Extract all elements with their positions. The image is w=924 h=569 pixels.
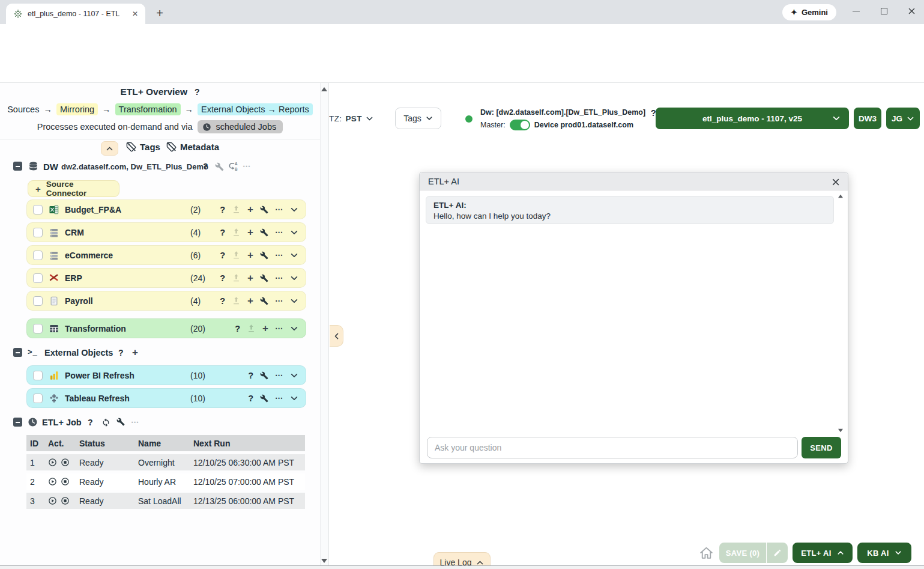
chevron-down-icon[interactable] <box>290 297 298 305</box>
chevron-down-icon[interactable] <box>290 324 298 333</box>
master-toggle[interactable] <box>510 120 530 130</box>
chevron-down-icon[interactable] <box>290 394 298 403</box>
wrench-icon[interactable] <box>116 418 125 426</box>
scroll-down-icon[interactable] <box>838 429 843 433</box>
etl-ai-toggle-button[interactable]: ETL+ AI <box>793 543 853 563</box>
more-options-icon[interactable]: ⋯ <box>275 324 283 333</box>
user-menu-button[interactable]: JG <box>886 108 920 129</box>
row-checkbox[interactable] <box>33 296 43 306</box>
help-icon[interactable]: ? <box>235 324 240 333</box>
more-options-icon[interactable]: ⋯ <box>131 418 139 427</box>
row-checkbox[interactable] <box>33 324 43 333</box>
transformation-row[interactable]: Transformation (20) ? + ⋯ <box>26 318 306 338</box>
help-icon[interactable]: ? <box>220 296 225 306</box>
wrench-icon[interactable] <box>260 251 268 260</box>
more-options-icon[interactable]: ⋯ <box>275 371 283 380</box>
source-row-ecommerce[interactable]: eCommerce (6) ? + ⋯ <box>26 245 306 265</box>
environment-dropdown[interactable]: etl_plus_demo - 1107, v25 <box>656 108 849 129</box>
help-icon[interactable]: ? <box>220 273 225 283</box>
collapse-external-button[interactable] <box>13 348 22 357</box>
wrench-icon[interactable] <box>260 274 268 282</box>
stop-job-icon[interactable] <box>61 496 70 505</box>
plus-icon[interactable]: + <box>247 204 253 216</box>
save-button[interactable]: SAVE (0) <box>719 543 788 563</box>
new-tab-button[interactable]: + <box>151 5 168 22</box>
scroll-up-icon[interactable] <box>838 195 843 198</box>
job-row[interactable]: 2 Ready Hourly AR 12/10/25 07:00:00 AM P… <box>26 473 305 490</box>
more-options-icon[interactable]: ⋯ <box>275 296 283 305</box>
plus-icon[interactable]: + <box>247 227 253 239</box>
plus-icon[interactable]: + <box>132 347 138 359</box>
stop-job-icon[interactable] <box>61 477 70 486</box>
row-checkbox[interactable] <box>33 251 43 260</box>
upload-icon[interactable] <box>247 324 256 333</box>
upload-icon[interactable] <box>232 228 241 237</box>
wrench-icon[interactable] <box>260 394 268 403</box>
chevron-down-icon[interactable] <box>290 228 298 237</box>
add-source-connector-button[interactable]: + Source Connector <box>28 180 119 197</box>
help-icon[interactable]: ? <box>88 418 93 427</box>
plus-icon[interactable]: + <box>262 323 268 335</box>
run-job-icon[interactable] <box>48 477 57 486</box>
wrench-icon[interactable] <box>215 162 224 171</box>
wrench-icon[interactable] <box>260 205 268 214</box>
source-row-budget[interactable]: Budget_FP&A (2) ? + ⋯ <box>26 199 306 219</box>
more-options-icon[interactable]: ⋯ <box>275 251 283 260</box>
more-options-icon[interactable]: ⋯ <box>275 273 283 282</box>
gemini-button[interactable]: ✦ Gemini <box>782 4 836 20</box>
more-options-icon[interactable]: ⋯ <box>275 205 283 214</box>
help-icon[interactable]: ? <box>118 348 124 358</box>
tags-visibility-toggle[interactable]: Tags <box>126 142 160 152</box>
rename-ab-icon[interactable] <box>228 161 240 172</box>
sidebar-scrollbar[interactable] <box>320 83 329 565</box>
collapse-all-button[interactable] <box>101 141 118 156</box>
more-options-icon[interactable]: ⋯ <box>243 162 251 171</box>
browser-tab[interactable]: etl_plus_demo - 1107 - ETL ✕ <box>6 4 145 24</box>
help-icon[interactable]: ? <box>195 87 200 97</box>
upload-icon[interactable] <box>232 251 241 260</box>
scheduled-jobs-chip[interactable]: scheduled Jobs <box>198 120 283 133</box>
dialog-titlebar[interactable]: ETL+ AI <box>420 172 848 190</box>
dw3-button[interactable]: DW3 <box>854 108 881 129</box>
metadata-visibility-toggle[interactable]: Metadata <box>166 142 219 152</box>
wrench-icon[interactable] <box>260 228 268 237</box>
pencil-icon[interactable] <box>767 549 788 557</box>
home-icon[interactable] <box>699 546 714 561</box>
upload-icon[interactable] <box>232 273 241 282</box>
help-icon[interactable]: ? <box>220 205 225 215</box>
external-row-powerbi[interactable]: Power BI Refresh (10) ? ⋯ <box>26 365 306 385</box>
help-icon[interactable]: ? <box>220 251 225 260</box>
plus-icon[interactable]: + <box>247 295 253 307</box>
help-icon[interactable]: ? <box>248 371 253 380</box>
dialog-close-icon[interactable] <box>830 177 841 187</box>
window-minimize-button[interactable] <box>844 0 868 22</box>
chevron-down-icon[interactable] <box>290 371 298 380</box>
wrench-icon[interactable] <box>260 371 268 380</box>
row-checkbox[interactable] <box>33 228 43 237</box>
tab-close-icon[interactable]: ✕ <box>130 8 140 19</box>
scroll-down-icon[interactable] <box>321 559 327 563</box>
window-maximize-button[interactable] <box>872 0 896 22</box>
plus-icon[interactable]: + <box>247 249 253 261</box>
row-checkbox[interactable] <box>33 371 43 380</box>
row-checkbox[interactable] <box>33 394 43 403</box>
chevron-down-icon[interactable] <box>290 205 298 214</box>
refresh-icon[interactable] <box>101 417 111 427</box>
external-row-tableau[interactable]: Tableau Refresh (10) ? ⋯ <box>26 388 306 408</box>
send-button[interactable]: SEND <box>802 437 841 458</box>
collapse-job-button[interactable] <box>13 418 22 427</box>
source-row-erp[interactable]: ERP (24) ? + ⋯ <box>26 268 306 288</box>
wrench-icon[interactable] <box>260 297 268 305</box>
more-options-icon[interactable]: ⋯ <box>275 394 283 403</box>
sidebar-collapse-handle[interactable] <box>330 325 343 347</box>
run-job-icon[interactable] <box>48 496 57 505</box>
more-options-icon[interactable]: ⋯ <box>275 228 283 237</box>
ask-question-input[interactable] <box>427 437 798 458</box>
chevron-down-icon[interactable] <box>290 251 298 260</box>
row-checkbox[interactable] <box>33 205 43 215</box>
scroll-up-icon[interactable] <box>321 87 327 91</box>
job-row[interactable]: 3 Ready Sat LoadAll 12/13/25 06:00:00 AM… <box>26 493 305 509</box>
plus-icon[interactable]: + <box>247 272 253 284</box>
timezone-selector[interactable]: TZ: PST <box>329 109 373 128</box>
help-icon[interactable]: ? <box>220 228 225 237</box>
